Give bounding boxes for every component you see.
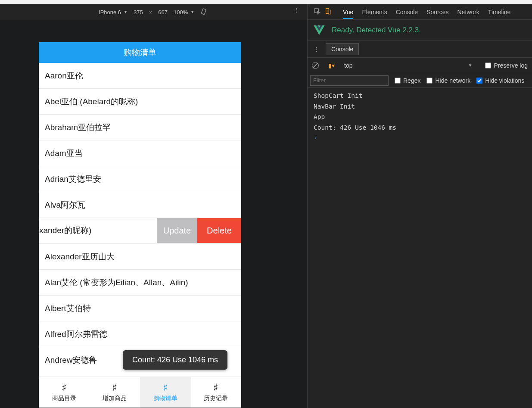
phone-frame: 购物清单 Aaron亚伦 Abel亚伯 (Abelard的昵称) Abraham… <box>39 42 241 408</box>
list-item[interactable]: Abraham亚伯拉罕 <box>39 115 241 140</box>
tab-elements[interactable]: Elements <box>362 5 387 19</box>
hide-violations-checkbox[interactable] <box>476 78 482 84</box>
toast-message: Count: 426 Use 1046 ms <box>123 350 227 370</box>
inspect-icon[interactable] <box>314 8 320 16</box>
tab-cart[interactable]: ♯ 购物请单 <box>140 377 191 408</box>
device-select[interactable]: iPhone 6 ▼ <box>99 9 128 16</box>
chevron-down-icon: ▼ <box>190 10 194 14</box>
console-prompt-icon[interactable]: › <box>314 133 526 141</box>
list-item[interactable]: Adam亚当 <box>39 140 241 166</box>
list-item-label: xander的昵称) <box>39 218 157 243</box>
tab-console[interactable]: Console <box>396 5 418 19</box>
list-item-label: Adam亚当 <box>45 148 83 159</box>
device-toolbar: iPhone 6 ▼ 375 × 667 100% ▼ ⋮ <box>0 4 307 20</box>
list-item-label: Alva阿尔瓦 <box>45 199 85 211</box>
device-toggle-icon[interactable] <box>325 8 332 16</box>
tab-network[interactable]: Network <box>457 5 479 19</box>
list-item[interactable]: Alan艾伦 (常变形为Eilian、Allan、Ailin) <box>39 270 241 296</box>
svg-rect-2 <box>326 8 329 13</box>
filter-icon[interactable]: ▮▾ <box>328 62 335 69</box>
list-item[interactable]: Alva阿尔瓦 <box>39 192 241 218</box>
page-title: 购物清单 <box>124 47 156 58</box>
list-item-label: Aaron亚伦 <box>45 70 83 81</box>
tab-label: 历史记录 <box>204 395 228 402</box>
regex-label: Regex <box>403 77 420 84</box>
browser-chrome <box>0 0 532 4</box>
ruler-spacer <box>0 20 307 35</box>
tab-timeline[interactable]: Timeline <box>488 5 510 19</box>
devtools-tabs: Vue Elements Console Sources Network Tim… <box>308 4 532 20</box>
tab-label: 购物请单 <box>153 395 177 402</box>
list-item-label: Abel亚伯 (Abelard的昵称) <box>45 96 138 107</box>
log-line: App <box>314 112 526 122</box>
more-icon[interactable]: ⋮ <box>293 9 299 11</box>
list-item[interactable]: Adrian艾德里安 <box>39 166 241 192</box>
phone-stage: 购物清单 Aaron亚伦 Abel亚伯 (Abelard的昵称) Abraham… <box>0 35 307 408</box>
workspace: iPhone 6 ▼ 375 × 667 100% ▼ ⋮ 购物清单 <box>0 4 532 408</box>
devtools-panel: Vue Elements Console Sources Network Tim… <box>307 4 532 408</box>
tab-history[interactable]: ♯ 历史记录 <box>191 377 242 408</box>
left-pane: iPhone 6 ▼ 375 × 667 100% ▼ ⋮ 购物清单 <box>0 4 307 408</box>
log-line: ShopCart Init <box>314 90 526 101</box>
tab-catalog[interactable]: ♯ 商品目录 <box>39 377 90 408</box>
svg-rect-0 <box>201 9 206 15</box>
update-button[interactable]: Update <box>157 218 197 243</box>
clear-console-icon[interactable] <box>312 62 319 69</box>
list-item-label: Adrian艾德里安 <box>45 174 101 185</box>
regex-checkbox[interactable] <box>395 78 401 84</box>
list-item[interactable]: Aaron亚伦 <box>39 63 241 89</box>
list-item-label: Albert艾伯特 <box>45 303 91 314</box>
vue-status-row: Ready. Detected Vue 2.2.3. <box>308 20 532 40</box>
preserve-log-label: Preserve log <box>494 62 528 69</box>
times-label: × <box>149 9 152 16</box>
hash-icon: ♯ <box>213 383 218 393</box>
console-drawer-tab[interactable]: Console <box>326 43 359 55</box>
app-header: 购物清单 <box>39 42 241 63</box>
chevron-down-icon: ▼ <box>124 10 128 14</box>
device-height[interactable]: 667 <box>158 9 168 16</box>
list-item[interactable]: Alfred阿尔弗雷德 <box>39 321 241 347</box>
log-line: Count: 426 Use 1046 ms <box>314 122 526 133</box>
zoom-select[interactable]: 100% ▼ <box>174 9 194 16</box>
hide-violations-toggle[interactable]: Hide violations <box>476 77 524 84</box>
list-item-label: Alan艾伦 (常变形为Eilian、Allan、Ailin) <box>45 277 188 288</box>
hide-network-toggle[interactable]: Hide network <box>426 77 470 84</box>
list-item-label: Alfred阿尔弗雷德 <box>45 329 107 340</box>
list-item[interactable]: Alexander亚历山大 <box>39 244 241 270</box>
preserve-log-checkbox[interactable] <box>485 62 491 69</box>
execution-context-select[interactable]: top <box>344 62 459 69</box>
delete-button[interactable]: Delete <box>197 218 241 243</box>
hash-icon: ♯ <box>62 383 67 393</box>
more-icon[interactable]: ⋮ <box>312 46 321 53</box>
filter-input[interactable] <box>310 75 389 86</box>
tab-label: 增加商品 <box>103 395 127 402</box>
log-line: NavBar Init <box>314 101 526 112</box>
hash-icon: ♯ <box>163 383 168 393</box>
vue-status-text: Ready. Detected Vue 2.2.3. <box>332 26 421 34</box>
tab-add[interactable]: ♯ 增加商品 <box>90 377 140 408</box>
chevron-down-icon: ▼ <box>468 63 473 68</box>
tab-sources[interactable]: Sources <box>426 5 448 19</box>
hash-icon: ♯ <box>112 383 117 393</box>
regex-toggle[interactable]: Regex <box>395 77 420 84</box>
console-toolbar: ▮▾ top ▼ Preserve log <box>308 58 532 73</box>
rotate-icon[interactable] <box>200 8 208 16</box>
hide-network-checkbox[interactable] <box>426 78 432 84</box>
list-item-swiped[interactable]: xander的昵称) Update Delete <box>39 218 241 244</box>
list-item[interactable]: Albert艾伯特 <box>39 296 241 321</box>
console-log-area[interactable]: ShopCart Init NavBar Init App Count: 426… <box>308 88 532 408</box>
hide-violations-label: Hide violations <box>485 77 524 84</box>
list-item[interactable]: Abel亚伯 (Abelard的昵称) <box>39 89 241 115</box>
app-body[interactable]: Aaron亚伦 Abel亚伯 (Abelard的昵称) Abraham亚伯拉罕 … <box>39 63 241 408</box>
list-item-label: Abraham亚伯拉罕 <box>45 122 111 133</box>
tab-label: 商品目录 <box>52 395 76 402</box>
hide-network-label: Hide network <box>435 77 470 84</box>
device-width[interactable]: 375 <box>134 9 143 16</box>
device-name: iPhone 6 <box>99 9 121 16</box>
preserve-log-toggle[interactable]: Preserve log <box>485 62 528 69</box>
console-filter-bar: Regex Hide network Hide violations <box>308 73 532 88</box>
list-item-label: Alexander亚历山大 <box>45 251 115 262</box>
list-item-label: Andrew安德鲁 <box>45 355 97 366</box>
tab-vue[interactable]: Vue <box>343 5 353 19</box>
console-drawer-header: ⋮ Console <box>308 40 532 58</box>
